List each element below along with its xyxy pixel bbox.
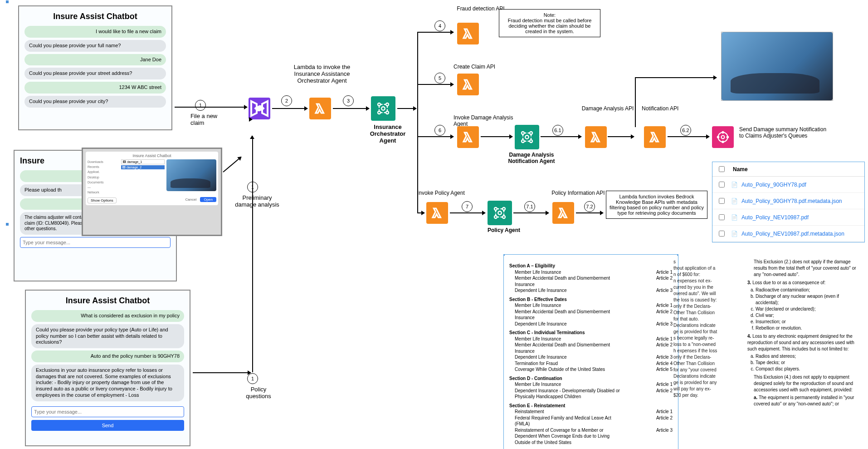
edge-label: File a new claim	[190, 113, 231, 126]
fragment-line: ge is provided for any	[673, 380, 741, 386]
file-list: Name 📄Auto_Policy_90GHY78.pdf📄Auto_Polic…	[712, 162, 865, 242]
step-6-1: 6.1	[552, 125, 563, 136]
step-5: 5	[434, 73, 445, 84]
node-label: Policy Information API	[544, 190, 612, 196]
node-label: Lambda to invoke the Insurance Assistanc…	[281, 64, 363, 84]
file-checkbox[interactable]	[719, 231, 725, 237]
node-label: Damage Analysis Notification Agent	[500, 152, 563, 164]
bot-bubble: Could you please provide your street add…	[24, 68, 166, 79]
fragment-line: only if the Declara-	[673, 354, 741, 360]
file-name: Auto_Policy_NEV10987.pdf.metadata.json	[741, 231, 844, 237]
message-input[interactable]	[20, 237, 171, 248]
toc-row: Dependent Insurance - Developmentally Di…	[509, 388, 673, 400]
toc-row: Dependent Life InsuranceArticle 3	[509, 287, 673, 294]
note-box: Note: Fraud detection must be called bef…	[499, 9, 600, 37]
file-row[interactable]: 📄Auto_Policy_90GHY78.pdf.metadata.json	[712, 193, 864, 209]
svg-point-5	[381, 107, 385, 110]
svg-point-4	[386, 111, 389, 114]
toc-row: Member Accidental Death and Dismembermen…	[509, 309, 673, 321]
svg-point-1	[378, 103, 380, 106]
svg-text:</>: </>	[255, 105, 263, 112]
lambda-icon	[552, 202, 574, 224]
svg-point-10	[525, 135, 529, 139]
toc-row: Member Accidental Death and Dismembermen…	[509, 342, 673, 354]
fragment-line: thout application of a	[673, 265, 741, 271]
user-bubble: What is considered as exclusion in my po…	[31, 310, 184, 322]
fragment-line: s become legally re-	[673, 335, 741, 341]
edge-label: Preliminary damage analysis	[232, 194, 282, 208]
node-label: Damage Analysis API	[576, 105, 639, 112]
file-row[interactable]: 📄Auto_Policy_90GHY78.pdf	[712, 177, 864, 193]
lambda-icon	[457, 23, 479, 44]
step-7-2: 7.2	[584, 201, 595, 212]
api-gateway-icon: </>	[249, 98, 270, 119]
svg-point-12	[722, 136, 725, 139]
node-label: Invoke Damage Analysis Agent	[454, 114, 517, 127]
fragment-line: Other Than Collision	[673, 360, 741, 367]
user-bubble: I would like to file a new claim	[24, 26, 166, 38]
fragment-line: for any "your covered	[673, 367, 741, 373]
toc-row: Coverage While Outside of the United Sta…	[509, 366, 673, 373]
node-label: Invoke Policy Agent	[417, 190, 485, 196]
policy-toc-document: Section A – EligibilityMember Life Insur…	[503, 254, 678, 449]
bot-bubble: Exclusions in your auto insurance policy…	[31, 365, 184, 401]
fragment-line: h expenses if the loss	[673, 348, 741, 354]
file-checkbox[interactable]	[719, 198, 725, 204]
file-checkbox[interactable]	[719, 182, 725, 187]
svg-point-19	[502, 207, 505, 210]
node-label: Create Claim API	[454, 64, 517, 70]
svg-point-11	[718, 133, 728, 142]
file-name: Auto_Policy_NEV10987.pdf	[741, 214, 809, 221]
damaged-car-image	[721, 32, 833, 101]
file-checkbox[interactable]	[719, 214, 725, 220]
svg-point-6	[522, 132, 524, 134]
agent-icon	[371, 96, 395, 121]
toc-row: Federal Required Family and Medical Leav…	[509, 415, 673, 427]
section-heading: Section D - Continuation	[509, 375, 673, 382]
svg-point-15	[717, 136, 719, 138]
fragment-line: for that auto.	[673, 316, 741, 322]
file-name: Auto_Policy_90GHY78.pdf	[741, 182, 806, 188]
chat-title: Insure Assist Chatbot	[31, 296, 184, 306]
step-6: 6	[434, 125, 445, 136]
toc-row: Member Life InsuranceArticle 1	[509, 336, 673, 342]
toc-row: Member Life InsuranceArticle 1	[509, 269, 673, 276]
section-heading: Section A – Eligibility	[509, 263, 673, 269]
svg-point-16	[727, 136, 729, 138]
toc-row: Dependent Life InsuranceArticle 3	[509, 321, 673, 327]
file-row[interactable]: 📄Auto_Policy_NEV10987.pdf	[712, 209, 864, 226]
upload-dialog-screenshot: Insure Assist Chatbot DownloadsRecentsAp…	[82, 148, 222, 236]
bot-bubble: Could you please provide your full name?	[24, 40, 166, 52]
lambda-icon	[309, 98, 331, 119]
lambda-icon	[426, 202, 448, 224]
fragment-line: s	[673, 259, 741, 265]
file-name: Auto_Policy_90GHY78.pdf.metadata.json	[741, 198, 842, 204]
file-row[interactable]: 📄Auto_Policy_NEV10987.pdf.metadata.json	[712, 226, 864, 242]
send-button[interactable]: Send	[31, 420, 184, 431]
toc-row: Termination for FraudArticle 4	[509, 360, 673, 367]
lambda-icon	[585, 126, 607, 148]
overlay-title: Insure Assist Chatbot	[88, 153, 216, 158]
select-all-checkbox[interactable]	[719, 166, 725, 172]
svg-point-17	[494, 207, 497, 210]
message-input[interactable]	[31, 406, 184, 417]
lambda-icon	[457, 74, 479, 95]
toc-row: Member Life InsuranceArticle 1	[509, 381, 673, 388]
svg-point-7	[522, 140, 524, 143]
file-icon: 📄	[731, 231, 738, 237]
fragment-line: curred by you in the	[673, 284, 741, 291]
column-header: Name	[733, 166, 748, 173]
fragment-line: only if the Declara-	[673, 303, 741, 310]
svg-point-18	[494, 216, 497, 218]
fragment-line: Declarations indicate	[673, 373, 741, 380]
user-bubble: Auto and the policy number is 90GHY78	[31, 350, 184, 362]
eventbridge-icon	[712, 126, 734, 148]
agent-icon	[488, 201, 512, 225]
section-heading: Section C - Individual Terminations	[509, 330, 673, 336]
user-bubble: 1234 W ABC street	[24, 82, 166, 94]
svg-point-20	[502, 216, 505, 218]
chatbox-policy: Insure Assist Chatbot What is considered…	[25, 290, 190, 446]
step-6-2: 6.2	[680, 125, 691, 136]
fragment-line: n expenses not ex-	[673, 278, 741, 284]
svg-point-8	[530, 132, 532, 134]
